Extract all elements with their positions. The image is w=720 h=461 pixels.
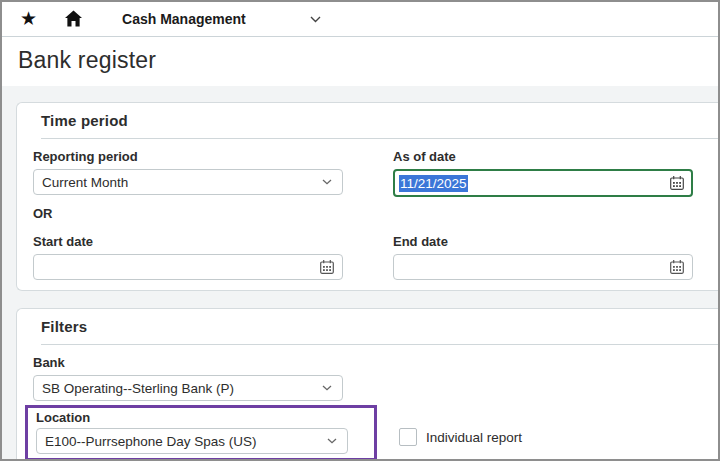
as-of-date-label: As of date (393, 149, 693, 165)
calendar-icon[interactable] (669, 175, 685, 191)
as-of-date-field: As of date 11/21/2025 (393, 149, 693, 197)
individual-report-checkbox[interactable] (399, 428, 417, 446)
calendar-icon[interactable] (319, 259, 335, 275)
end-date-input[interactable] (393, 254, 693, 280)
start-date-field: Start date (33, 234, 343, 280)
as-of-date-value: 11/21/2025 (399, 175, 468, 192)
app-menu-label: Cash Management (122, 11, 246, 27)
time-period-header-label: Time period (41, 112, 128, 129)
end-date-label: End date (393, 234, 693, 250)
reporting-period-field: Reporting period Current Month (33, 149, 343, 197)
reporting-period-label: Reporting period (33, 149, 343, 165)
chevron-down-icon (310, 16, 321, 23)
favorites-star-icon[interactable]: ★ (20, 9, 37, 28)
bank-field: Bank SB Operating--Sterling Bank (P) (33, 355, 343, 401)
end-date-field: End date (393, 234, 693, 280)
location-select[interactable]: E100--Purrsephone Day Spas (US) (36, 428, 348, 454)
app-window: ★ Cash Management Bank register Time per… (0, 0, 720, 461)
filters-section: Filters Bank SB Operating--Sterling Bank… (16, 308, 718, 459)
page-body: Time period Reporting period Current Mon… (2, 86, 718, 459)
chevron-down-icon (322, 179, 332, 185)
chevron-down-icon (322, 385, 332, 391)
location-highlight-annotation: Location E100--Purrsephone Day Spas (US) (25, 405, 377, 459)
page-title: Bank register (18, 47, 702, 73)
individual-report-field: Individual report (399, 428, 522, 446)
filters-header-label: Filters (41, 318, 87, 335)
start-date-label: Start date (33, 234, 343, 250)
top-navigation-bar: ★ Cash Management (2, 2, 718, 37)
bank-label: Bank (33, 355, 343, 371)
app-menu[interactable]: Cash Management (122, 11, 321, 27)
bank-value: SB Operating--Sterling Bank (P) (42, 381, 234, 396)
home-icon[interactable] (63, 9, 84, 29)
individual-report-label: Individual report (426, 430, 522, 445)
calendar-icon[interactable] (669, 259, 685, 275)
chevron-down-icon (327, 438, 337, 444)
bank-select[interactable]: SB Operating--Sterling Bank (P) (33, 375, 343, 401)
location-value: E100--Purrsephone Day Spas (US) (45, 434, 257, 449)
start-date-input[interactable] (33, 254, 343, 280)
time-period-section: Time period Reporting period Current Mon… (16, 102, 718, 291)
location-label: Location (36, 410, 348, 425)
reporting-period-value: Current Month (42, 175, 128, 190)
page-header: Bank register (2, 37, 718, 86)
or-label: OR (33, 206, 688, 222)
as-of-date-input[interactable]: 11/21/2025 (393, 169, 693, 197)
filters-header: Filters (41, 309, 718, 345)
time-period-header: Time period (41, 103, 718, 139)
reporting-period-select[interactable]: Current Month (33, 169, 343, 195)
